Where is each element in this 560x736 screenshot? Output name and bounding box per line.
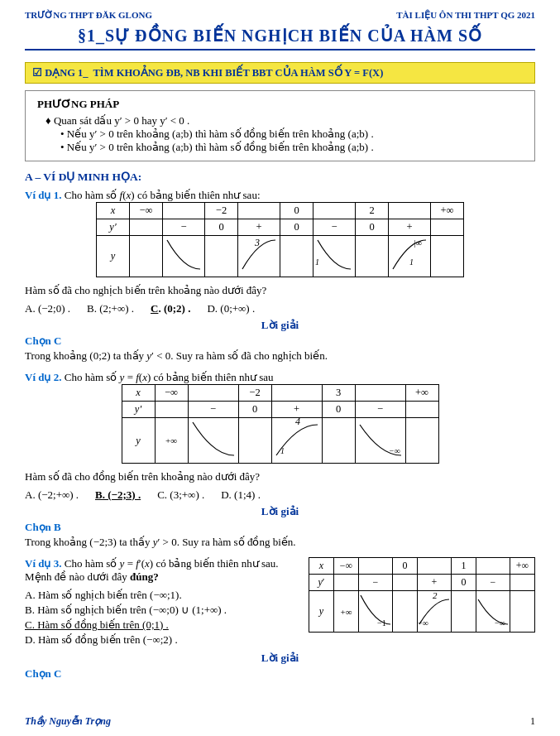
vd1-text: Cho hàm số f(x) có bảng biến thiên như s… xyxy=(65,189,261,201)
vd2-curve-down xyxy=(189,418,238,459)
svg-text:1: 1 xyxy=(280,446,285,455)
vd1-chon: Chọn C xyxy=(25,334,535,348)
footer-right: 1 xyxy=(530,715,535,728)
vd2-choice-d[interactable]: D. (1;4) . xyxy=(221,488,261,502)
vd1-choice-b[interactable]: B. (2;+∞) . xyxy=(87,302,134,315)
curve-up-1: 3 xyxy=(238,236,280,273)
header: TRƯỜNG THPT ĐĂK GLONG TÀI LIỆU ÔN THI TH… xyxy=(25,10,535,21)
method-box: PHƯƠNG PHÁP ♦ Quan sát dấu y′ > 0 hay y′… xyxy=(25,90,535,161)
vd1-choices: A. (−2;0) . B. (2;+∞) . C. (0;2) . D. (0… xyxy=(25,302,535,315)
svg-text:|∞: |∞ xyxy=(414,238,422,248)
vd3-curve1: −1 xyxy=(359,591,392,628)
vd2-label: Ví dụ 2. xyxy=(25,371,61,383)
vd3-choice-b[interactable]: B. Hàm số nghịch biến trên (−∞;0) ∪ (1;+… xyxy=(25,604,300,617)
header-left: TRƯỜNG THPT ĐĂK GLONG xyxy=(25,10,152,21)
vd2-curve-up: 4 1 xyxy=(272,418,322,459)
vi-du-1: Ví dụ 1. Cho hàm số f(x) có bảng biến th… xyxy=(25,189,535,363)
svg-text:−∞: −∞ xyxy=(389,446,400,455)
svg-text:1: 1 xyxy=(315,257,319,267)
vd2-choices: A. (−2;+∞) . B. (−2;3) . C. (3;+∞) . D. … xyxy=(25,488,535,502)
dang1-label: ☑ DẠNG 1_ xyxy=(32,66,89,79)
vd3-curve2: 2 −∞ xyxy=(418,591,451,628)
vd1-choice-a[interactable]: A. (−2;0) . xyxy=(25,302,70,315)
vi-du-3: Ví dụ 3. Cho hàm số y = f′(x) có bảng bi… xyxy=(25,557,535,681)
vd2-loi-giai: Lời giải xyxy=(25,505,535,518)
vd2-text: Cho hàm số y = f(x) có bảng biến thiên n… xyxy=(65,371,274,383)
vd3-chon: Chọn C xyxy=(25,667,535,681)
vd2-chon: Chọn B xyxy=(25,521,535,534)
vd1-choice-c[interactable]: C. (0;2) . xyxy=(151,302,190,315)
vd1-choice-d[interactable]: D. (0;+∞) . xyxy=(207,302,255,315)
svg-text:−1: −1 xyxy=(377,618,386,628)
svg-text:3: 3 xyxy=(254,237,260,248)
vd3-choices: A. Hàm số nghịch biến trên (−∞;1). B. Hà… xyxy=(25,589,300,647)
vd2-choice-c[interactable]: C. (3;+∞) . xyxy=(157,488,204,502)
vd2-choice-a[interactable]: A. (−2;+∞) . xyxy=(25,488,79,502)
curve-down-2: 1 xyxy=(314,236,355,273)
vd3-choice-c[interactable]: C. Hàm số đồng biến trên (0;1) . xyxy=(25,618,300,632)
section-a-label: A – VÍ DỤ MINH HỌA: xyxy=(25,170,535,184)
dang1-text: TÌM KHOẢNG ĐB, NB KHI BIẾT BBT CỦA HÀM S… xyxy=(93,66,384,79)
vd2-bbt-table: x −∞ −2 3 +∞ y′ − 0 + 0 − y +∞ xyxy=(122,384,439,464)
vd3-bbt-table: x −∞ 0 1 +∞ y′ − + 0 − xyxy=(309,557,535,633)
vd1-label: Ví dụ 1. xyxy=(25,189,61,201)
footer-left: Thầy Nguyễn Trọng xyxy=(25,715,111,728)
method-sub2: • Nếu y′ > 0 trên khoảng (a;b) thì hàm s… xyxy=(60,141,523,154)
vd3-curve3: −∞ xyxy=(476,591,510,628)
curve-up-2: 1 |∞ xyxy=(389,236,430,273)
page-title: §1_SỰ ĐỒNG BIẾN NGHỊCH BIẾN CỦA HÀM SỐ xyxy=(25,26,535,51)
vd3-left: Ví dụ 3. Cho hàm số y = f′(x) có bảng bi… xyxy=(25,557,300,648)
method-sub1: • Nếu y′ > 0 trên khoảng (a;b) thì hàm s… xyxy=(60,127,523,141)
vd2-curve-down2: −∞ xyxy=(356,418,405,459)
vd3-right: x −∞ 0 1 +∞ y′ − + 0 − xyxy=(309,557,535,633)
curve-down-1 xyxy=(163,236,204,273)
vd2-choice-b[interactable]: B. (−2;3) . xyxy=(95,488,141,502)
svg-text:2: 2 xyxy=(433,591,438,600)
vd1-loi-giai: Lời giải xyxy=(25,319,535,332)
method-bullet1: ♦ Quan sát dấu y′ > 0 hay y′ < 0 . xyxy=(45,114,523,127)
vd2-explanation: Trong khoảng (−2;3) ta thấy y′ > 0. Suy … xyxy=(25,536,535,549)
vd3-choice-d[interactable]: D. Hàm số đồng biến trên (−∞;2) . xyxy=(25,633,300,647)
vd1-explanation: Trong khoảng (0;2) ta thấy y′ < 0. Suy r… xyxy=(25,349,535,363)
section-header-dang1: ☑ DẠNG 1_ TÌM KHOẢNG ĐB, NB KHI BIẾT BBT… xyxy=(25,62,535,84)
vd1-bbt-table: x −∞ −2 0 2 +∞ y′ − 0 + 0 − 0 + y xyxy=(96,202,464,277)
vd2-question: Hàm số đã cho đồng biến trên khoảng nào … xyxy=(25,470,535,483)
header-right: TÀI LIỆU ÔN THI THPT QG 2021 xyxy=(396,10,535,21)
vd3-choice-a[interactable]: A. Hàm số nghịch biến trên (−∞;1). xyxy=(25,589,300,602)
vd1-question: Hàm số đã cho nghịch biến trên khoảng nà… xyxy=(25,284,535,297)
vd3-loi-giai: Lời giải xyxy=(25,652,535,665)
vd3-label: Ví dụ 3. xyxy=(25,557,61,570)
svg-text:−∞: −∞ xyxy=(495,618,505,628)
footer: Thầy Nguyễn Trọng 1 xyxy=(25,715,535,728)
vd3-text: Cho hàm số y = f′(x) có bảng biến thiên … xyxy=(25,557,279,583)
svg-text:−∞: −∞ xyxy=(418,618,428,628)
method-title: PHƯƠNG PHÁP xyxy=(37,98,523,111)
svg-text:4: 4 xyxy=(295,418,300,427)
vi-du-2: Ví dụ 2. Cho hàm số y = f(x) có bảng biế… xyxy=(25,371,535,549)
svg-text:1: 1 xyxy=(409,257,414,267)
